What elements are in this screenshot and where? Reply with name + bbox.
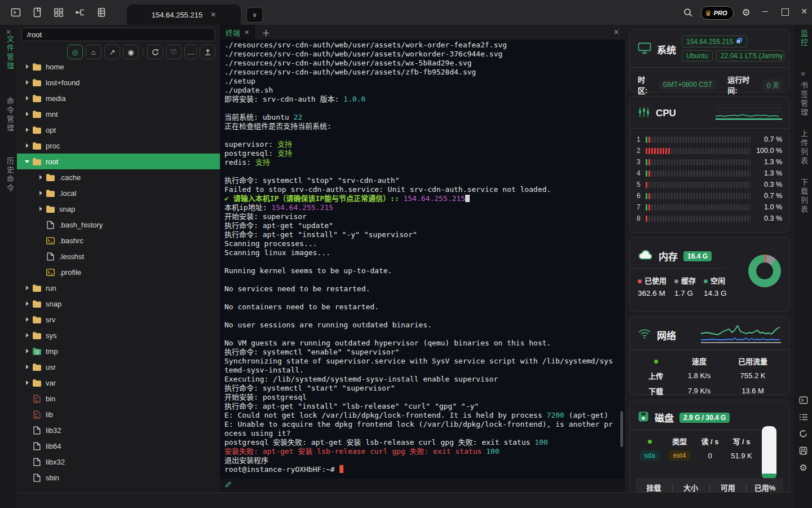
expand-arrow-icon[interactable] (26, 112, 29, 116)
file-icon (45, 221, 55, 229)
tree-row[interactable]: snap (17, 201, 220, 217)
expand-arrow-icon[interactable] (26, 349, 29, 353)
tree-row[interactable]: lost+found (17, 75, 220, 90)
path-input[interactable]: /root (21, 28, 215, 41)
pen-icon[interactable] (224, 480, 232, 491)
ip-badge[interactable]: 154.64.255.215 (682, 36, 747, 47)
terminal-tab-close-icon[interactable]: ✕ (244, 29, 249, 36)
terminal-output[interactable]: ./resources/srv-cdn-auth/web/user/assets… (224, 41, 620, 479)
session-tree-icon[interactable] (74, 7, 86, 18)
expand-arrow-icon[interactable] (39, 191, 42, 195)
tree-row[interactable]: sys (17, 327, 220, 343)
rail-tab-1[interactable]: 文件管理 (5, 35, 15, 71)
tree-row[interactable]: .bash_history (17, 217, 220, 233)
expand-arrow-icon[interactable] (26, 80, 29, 85)
tree-row[interactable]: .cache (17, 169, 220, 185)
rail-refresh-icon[interactable] (798, 429, 808, 439)
tree-row[interactable]: run (17, 280, 220, 296)
expand-arrow-icon[interactable] (26, 96, 29, 100)
binary-icon: 0110 (32, 410, 42, 419)
apps-grid-icon[interactable] (53, 7, 64, 18)
right-rail: 监控书签管理上传列表下载列表 ✕ ⚙ (794, 25, 812, 508)
timezone-badge: GMT+0800 CST (659, 80, 717, 90)
collapse-arrow-icon[interactable] (25, 160, 29, 163)
rail-tab-3[interactable]: 历史命令 (5, 157, 15, 193)
copy-icon[interactable] (736, 37, 743, 46)
expand-arrow-icon[interactable] (26, 380, 29, 385)
expand-arrow-icon[interactable] (26, 317, 29, 322)
tree-row[interactable]: .bashrc (17, 233, 220, 248)
terminal-panel-close-icon[interactable]: ✕ (614, 28, 619, 36)
tree-row[interactable]: libx32 (17, 454, 220, 470)
tree-row[interactable]: 0110bin (17, 391, 220, 406)
folder-icon (32, 284, 42, 292)
tree-row[interactable]: var (17, 375, 220, 391)
session-tab-close-icon[interactable]: ✕ (210, 11, 216, 19)
rail-tab-2[interactable]: 命令管理 (5, 97, 15, 133)
tree-row-selected[interactable]: root (17, 154, 220, 169)
window-minimize-button[interactable]: ─ (760, 7, 771, 16)
rail-tab-1[interactable]: 监控 (798, 29, 809, 47)
session-tab[interactable]: 154.64.255.215 ✕ (127, 5, 241, 25)
folder-icon (32, 331, 42, 340)
terminal-scrollbar[interactable] (620, 411, 623, 447)
tree-row[interactable]: media (17, 90, 220, 106)
expand-arrow-icon[interactable] (26, 333, 29, 338)
expand-arrow-icon[interactable] (39, 207, 42, 211)
expand-arrow-icon[interactable] (26, 64, 29, 69)
tree-row[interactable]: proc (17, 138, 220, 154)
tree-row[interactable]: mnt (17, 106, 220, 122)
expand-arrow-icon[interactable] (26, 286, 29, 290)
cpu-core-row: 60.7 % (630, 190, 789, 202)
expand-arrow-icon[interactable] (26, 128, 29, 132)
expand-arrow-icon[interactable] (26, 301, 29, 306)
expand-arrow-icon[interactable] (39, 175, 42, 179)
tree-row[interactable]: .profile (17, 264, 220, 280)
tree-row[interactable]: home (17, 59, 220, 75)
rail-tab-4[interactable]: 下载列表 (798, 178, 809, 214)
tree-row[interactable]: snap (17, 296, 220, 312)
cpu-sliders-icon (638, 107, 650, 120)
rail-settings-gear-icon[interactable]: ⚙ (798, 463, 808, 472)
tree-row[interactable]: .lesshst (17, 248, 220, 264)
new-file-icon[interactable] (32, 7, 43, 18)
window-maximize-button[interactable] (779, 8, 791, 17)
tree-row[interactable]: usr (17, 359, 220, 375)
timezone-label: 时区: (638, 74, 655, 95)
terminal-tab-bar: 终端 ✕ ＋ ✕ (220, 25, 625, 40)
file-manager-panel: /root ◎ ⌂ ↗ ◉ ♡ … homelost+foundmediamnt… (17, 25, 220, 492)
terminal-tab[interactable]: 终端 ✕ (220, 25, 255, 40)
filesystem-badge: ext4 (669, 450, 691, 461)
network-sparkline (701, 321, 781, 346)
tree-row[interactable]: opt (17, 122, 220, 138)
file-tree: homelost+foundmediamntoptprocroot.cache.… (17, 55, 220, 492)
device-badge: sda (639, 450, 659, 461)
tree-row[interactable]: 0110lib (17, 406, 220, 422)
rail-terminal-icon[interactable] (798, 395, 808, 405)
terminal-window-icon[interactable] (10, 7, 21, 18)
tree-row[interactable]: .local (17, 185, 220, 201)
expand-arrow-icon[interactable] (26, 365, 29, 369)
server-list-icon[interactable] (96, 7, 107, 18)
tree-row[interactable]: lib32 (17, 422, 220, 438)
network-col-speed: 速度 (674, 354, 725, 368)
tree-row[interactable]: sbin (17, 470, 220, 485)
rail-save-icon[interactable] (798, 446, 808, 456)
rail-list-icon[interactable] (798, 412, 808, 422)
expand-arrow-icon[interactable] (26, 143, 29, 148)
new-terminal-icon[interactable]: ＋ (262, 27, 270, 38)
monitor-panel-close-icon[interactable]: ✕ (800, 70, 806, 78)
tree-row[interactable]: tmp (17, 343, 220, 359)
pro-badge[interactable]: ♛ PRO (701, 6, 734, 20)
tree-row[interactable]: lib64 (17, 438, 220, 454)
tree-item-label: srv (46, 316, 55, 324)
rail-tab-3[interactable]: 上传列表 (798, 130, 809, 166)
settings-gear-icon[interactable]: ⚙ (740, 7, 752, 18)
search-icon[interactable] (682, 7, 694, 18)
window-close-button[interactable]: ✕ (798, 7, 810, 16)
disk-gauge (762, 426, 776, 479)
disk-col-type: 类型 (664, 434, 695, 448)
tab-dropdown-button[interactable]: ∨ (246, 7, 263, 23)
rail-tab-2[interactable]: 书签管理 (798, 81, 809, 117)
tree-row[interactable]: srv (17, 312, 220, 327)
